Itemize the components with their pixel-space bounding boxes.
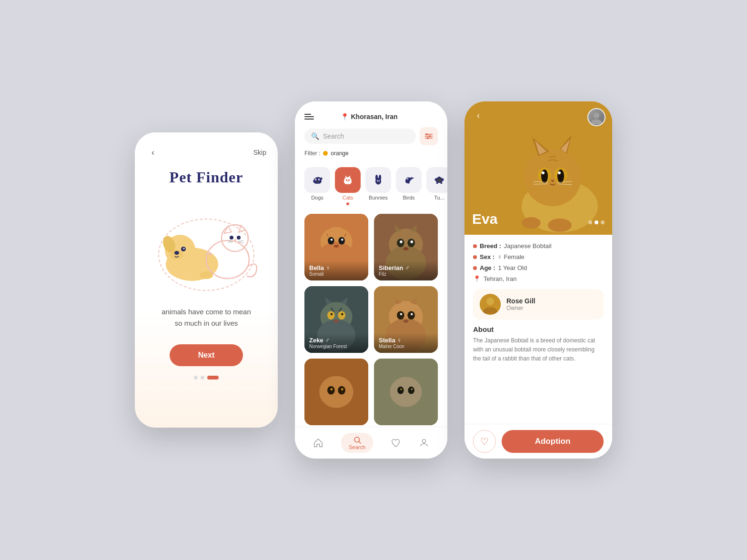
svg-point-115 bbox=[558, 171, 561, 174]
category-turtle[interactable]: Tu... bbox=[426, 167, 447, 205]
pet-card-zeke[interactable]: Zeke ♂ Norwegian Forest bbox=[304, 286, 368, 353]
svg-point-125 bbox=[486, 298, 494, 305]
svg-point-69 bbox=[403, 247, 408, 250]
like-button[interactable]: ♡ bbox=[473, 430, 496, 453]
adoption-button[interactable]: Adoption bbox=[502, 430, 604, 453]
svg-line-101 bbox=[359, 441, 361, 443]
sex-row: Sex : ♀ Female bbox=[473, 253, 604, 260]
svg-point-92 bbox=[331, 388, 333, 390]
owner-role: Owner bbox=[506, 305, 535, 311]
detail-back-button[interactable]: ‹ bbox=[471, 108, 485, 122]
owner-card[interactable]: Rose Gill Owner bbox=[473, 289, 604, 320]
bunnies-label: Bunnies bbox=[369, 195, 388, 200]
dot-3 bbox=[207, 376, 219, 380]
svg-point-97 bbox=[408, 387, 414, 394]
next-button[interactable]: Next bbox=[170, 344, 243, 366]
filter-button[interactable] bbox=[420, 127, 438, 145]
sex-bullet bbox=[473, 255, 477, 259]
bottom-actions: ♡ Adoption bbox=[464, 424, 612, 459]
breed-bullet bbox=[473, 244, 477, 248]
svg-point-67 bbox=[400, 240, 403, 243]
zeke-breed: Norwegian Forest bbox=[309, 344, 363, 349]
nav-profile[interactable] bbox=[419, 438, 429, 448]
owner-info: Rose Gill Owner bbox=[506, 297, 535, 311]
svg-point-31 bbox=[316, 181, 318, 182]
age-bullet bbox=[473, 266, 477, 270]
bella-info: Bella ♀ Somali bbox=[304, 260, 368, 280]
svg-point-105 bbox=[524, 149, 581, 206]
stella-name: Stella ♀ bbox=[379, 337, 433, 344]
nav-home[interactable] bbox=[313, 438, 323, 448]
nav-search[interactable]: Search bbox=[341, 433, 373, 453]
svg-point-76 bbox=[341, 313, 343, 315]
pet-card-bella[interactable]: Bella ♀ Somali bbox=[304, 214, 368, 280]
svg-point-90 bbox=[327, 386, 335, 395]
birds-label: Birds bbox=[403, 195, 414, 200]
about-text: The Japanese Bobtail is a breed of domes… bbox=[473, 336, 604, 364]
svg-point-57 bbox=[331, 239, 333, 240]
pet-card-siberian[interactable]: Siberian ♂ Fitz bbox=[374, 214, 438, 280]
search-icon: 🔍 bbox=[311, 132, 319, 140]
svg-point-91 bbox=[338, 386, 345, 395]
svg-point-26 bbox=[427, 137, 429, 139]
menu-button[interactable] bbox=[304, 114, 314, 120]
avatar-image bbox=[588, 109, 605, 125]
svg-point-83 bbox=[397, 311, 404, 320]
pet-illustration bbox=[154, 198, 259, 293]
search-input-wrap[interactable]: 🔍 Search bbox=[304, 129, 416, 144]
category-dogs[interactable]: Dogs bbox=[304, 167, 330, 205]
category-bunnies[interactable]: Bunnies bbox=[365, 167, 391, 205]
back-button[interactable]: ‹ bbox=[146, 146, 160, 159]
search-input[interactable]: Search bbox=[323, 132, 344, 140]
svg-point-50 bbox=[440, 182, 442, 184]
svg-point-75 bbox=[331, 313, 333, 315]
dogs-icon-wrap bbox=[304, 167, 330, 193]
svg-point-29 bbox=[315, 180, 316, 180]
pet-card-partial1[interactable] bbox=[304, 359, 368, 425]
bella-name: Bella ♀ bbox=[309, 264, 363, 271]
bella-breed: Somali bbox=[309, 271, 363, 277]
svg-point-89 bbox=[319, 376, 353, 408]
svg-point-58 bbox=[341, 239, 343, 240]
svg-point-8 bbox=[200, 271, 213, 279]
nav-favorites[interactable] bbox=[391, 438, 401, 448]
user-avatar-hero[interactable] bbox=[587, 108, 606, 126]
pet-card-partial2[interactable] bbox=[374, 359, 438, 425]
svg-point-113 bbox=[557, 170, 564, 183]
svg-point-33 bbox=[348, 179, 350, 180]
svg-point-38 bbox=[375, 175, 378, 180]
location-pin-icon: 📍 bbox=[341, 113, 349, 120]
svg-point-46 bbox=[437, 178, 442, 182]
svg-point-14 bbox=[237, 236, 241, 240]
svg-point-121 bbox=[522, 217, 541, 229]
dogs-label: Dogs bbox=[311, 195, 323, 200]
hero-dot-2 bbox=[595, 220, 598, 224]
category-birds[interactable]: Birds bbox=[396, 167, 422, 205]
pet-hero: ‹ Eva bbox=[464, 101, 612, 235]
pagination-dots bbox=[194, 376, 219, 380]
svg-point-112 bbox=[541, 170, 548, 183]
svg-point-13 bbox=[230, 236, 233, 240]
owner-avatar bbox=[480, 294, 501, 315]
search-nav-label: Search bbox=[349, 444, 365, 450]
svg-point-102 bbox=[422, 440, 425, 443]
category-cats[interactable]: Cats bbox=[335, 167, 361, 205]
bunnies-icon-wrap bbox=[365, 167, 391, 193]
app-title: Pet Finder bbox=[170, 169, 243, 186]
age-label: Age : bbox=[480, 264, 495, 271]
svg-marker-12 bbox=[239, 225, 245, 232]
birds-icon-wrap bbox=[396, 167, 422, 193]
svg-point-99 bbox=[411, 389, 413, 390]
skip-button[interactable]: Skip bbox=[253, 149, 266, 156]
turtle-label: Tu... bbox=[434, 195, 444, 200]
filter-color-label: orange bbox=[331, 150, 348, 157]
svg-point-74 bbox=[338, 311, 345, 320]
stella-info: Stella ♀ Maine Coon bbox=[374, 333, 438, 353]
sex-value: ♀ Female bbox=[497, 253, 525, 260]
search-bar: 🔍 Search bbox=[304, 127, 438, 145]
svg-point-68 bbox=[410, 240, 413, 243]
about-section: About The Japanese Bobtail is a breed of… bbox=[473, 325, 604, 364]
categories-row: Dogs Cats bbox=[295, 162, 447, 210]
pet-card-stella[interactable]: Stella ♀ Maine Coon bbox=[374, 286, 438, 353]
svg-point-49 bbox=[436, 182, 438, 184]
